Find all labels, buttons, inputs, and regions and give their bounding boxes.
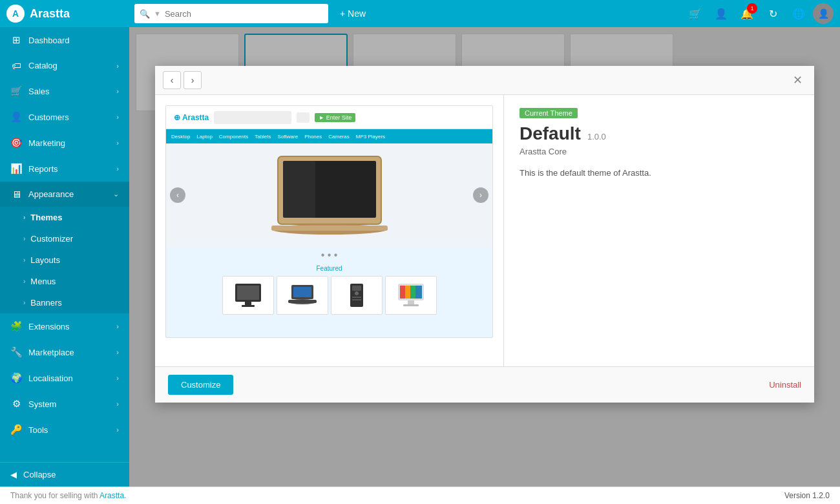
footer-link[interactable]: Arastta. xyxy=(100,491,126,500)
modal-back-button[interactable]: ‹ xyxy=(163,71,181,89)
customize-button[interactable]: Customize xyxy=(168,375,233,395)
search-input[interactable] xyxy=(165,9,323,19)
sidebar-item-menus[interactable]: › Menus xyxy=(0,271,129,292)
sidebar-item-marketing[interactable]: 🎯 Marketing › xyxy=(0,130,129,156)
sidebar-item-label: Appearance xyxy=(28,189,107,199)
system-icon: ⚙ xyxy=(10,398,22,410)
product-item-2 xyxy=(277,276,328,315)
customers-icon: 👤 xyxy=(10,111,22,123)
svg-rect-16 xyxy=(352,297,361,298)
search-dropdown[interactable]: ▼ xyxy=(154,10,161,17)
nav-item-desktop: Desktop xyxy=(171,134,190,140)
sidebar-item-marketplace[interactable]: 🔧 Marketplace › xyxy=(0,339,129,365)
appearance-icon: 🖥 xyxy=(10,189,22,200)
sidebar-item-sales[interactable]: 🛒 Sales › xyxy=(0,78,129,104)
uninstall-button[interactable]: Uninstall xyxy=(769,380,801,390)
theme-title: Default xyxy=(520,123,581,144)
theme-detail-modal: ‹ › ✕ ⊕ Arastta ► En xyxy=(155,66,814,403)
sidebar-item-label: Extensions xyxy=(28,322,110,331)
svg-rect-12 xyxy=(288,300,317,303)
preview-logo: ⊕ Arastta xyxy=(174,113,209,122)
main-layout: ⊞ Dashboard 🏷 Catalog › 🛒 Sales › 👤 Cust… xyxy=(0,27,840,487)
extensions-icon: 🧩 xyxy=(10,320,22,332)
sidebar-item-themes[interactable]: › Themes xyxy=(0,207,129,228)
dashboard-icon: ⊞ xyxy=(10,34,22,46)
product-item-4 xyxy=(385,276,437,315)
preview-search-icon xyxy=(297,112,310,123)
sidebar-item-localisation[interactable]: 🌍 Localisation › xyxy=(0,365,129,391)
catalog-icon: 🏷 xyxy=(10,60,22,71)
svg-rect-6 xyxy=(237,286,259,300)
sidebar-item-dashboard[interactable]: ⊞ Dashboard xyxy=(0,27,129,53)
chevron-right-icon: › xyxy=(116,322,119,330)
sidebar-item-reports[interactable]: 📊 Reports › xyxy=(0,156,129,182)
sidebar-item-layouts[interactable]: › Layouts xyxy=(0,249,129,271)
modal-forward-button[interactable]: › xyxy=(184,71,202,89)
localisation-icon: 🌍 xyxy=(10,372,22,384)
sidebar-item-label: Sales xyxy=(28,87,110,96)
nav-item-tablets: Tablets xyxy=(255,134,271,140)
modal-top-bar: ‹ › ✕ xyxy=(155,66,814,95)
preview-header: ⊕ Arastta ► Enter Site xyxy=(166,106,492,129)
svg-rect-7 xyxy=(245,302,251,305)
topbar: A Arastta 🔍 ▼ + New 🛒 👤 🔔 1 ↻ 🌐 👤 xyxy=(0,0,840,27)
product-tower-icon xyxy=(341,282,373,308)
svg-rect-10 xyxy=(293,287,311,297)
preview-featured-label: Featured xyxy=(166,264,492,273)
refresh-button[interactable]: ↻ xyxy=(761,2,784,25)
bullet-icon: › xyxy=(23,278,25,285)
modal-footer: Customize Uninstall xyxy=(155,366,814,403)
sidebar-item-tools[interactable]: 🔑 Tools › xyxy=(0,417,129,443)
sidebar-item-banners[interactable]: › Banners xyxy=(0,292,129,313)
chevron-right-icon: › xyxy=(116,62,119,70)
sidebar-item-label: Dashboard xyxy=(28,36,119,45)
bullet-icon: › xyxy=(23,214,25,221)
sidebar-item-label: Customers xyxy=(28,112,110,122)
page-footer: Thank you for selling with Arastta. Vers… xyxy=(0,487,840,504)
nav-item-mp3: MP3 Players xyxy=(356,134,385,140)
sidebar-item-customizer[interactable]: › Customizer xyxy=(0,228,129,249)
footer-version: Version 1.2.0 xyxy=(784,491,830,500)
sidebar-item-appearance[interactable]: 🖥 Appearance ⌄ xyxy=(0,182,129,207)
svg-rect-24 xyxy=(408,300,414,304)
laptop-svg xyxy=(265,153,394,237)
brand-logo[interactable]: A Arastta xyxy=(6,5,129,23)
appearance-submenu: › Themes › Customizer › Layouts › Menus … xyxy=(0,207,129,313)
current-theme-badge: Current Theme xyxy=(520,108,578,118)
svg-rect-3 xyxy=(271,226,388,231)
product-monitor-icon xyxy=(232,282,264,308)
cart-button[interactable]: 🛒 xyxy=(684,2,707,25)
svg-rect-4 xyxy=(283,161,315,218)
svg-rect-8 xyxy=(242,305,255,307)
bullet-icon: › xyxy=(23,257,25,264)
new-button[interactable]: + New xyxy=(333,5,372,22)
search-bar[interactable]: 🔍 ▼ xyxy=(134,4,328,23)
user-button[interactable]: 👤 xyxy=(709,2,733,25)
globe-button[interactable]: 🌐 xyxy=(787,2,810,25)
theme-title-row: Default 1.0.0 xyxy=(520,123,799,144)
sidebar-item-catalog[interactable]: 🏷 Catalog › xyxy=(0,53,129,78)
user-avatar[interactable]: 👤 xyxy=(813,3,834,24)
theme-author: Arastta Core xyxy=(520,147,799,156)
marketplace-icon: 🔧 xyxy=(10,346,22,358)
customizer-label: Customizer xyxy=(30,234,73,244)
sidebar-collapse[interactable]: ◀ Collapse xyxy=(0,462,129,487)
theme-preview-image: ⊕ Arastta ► Enter Site Desktop Laptop Co… xyxy=(165,105,493,338)
sidebar-item-label: Tools xyxy=(28,425,110,435)
sidebar-item-system[interactable]: ⚙ System › xyxy=(0,391,129,417)
notifications-button[interactable]: 🔔 1 xyxy=(735,2,759,25)
sales-icon: 🛒 xyxy=(10,85,22,97)
chevron-right-icon: › xyxy=(116,348,119,356)
sidebar-item-customers[interactable]: 👤 Customers › xyxy=(0,104,129,130)
modal-close-button[interactable]: ✕ xyxy=(788,71,806,89)
hero-next-arrow[interactable]: › xyxy=(473,187,488,203)
modal-overlay: ‹ › ✕ ⊕ Arastta ► En xyxy=(129,27,840,487)
sidebar-item-extensions[interactable]: 🧩 Extensions › xyxy=(0,313,129,339)
product-item-3 xyxy=(331,276,383,315)
nav-item-software: Software xyxy=(278,134,299,140)
hero-prev-arrow[interactable]: ‹ xyxy=(170,187,185,203)
chevron-right-icon: › xyxy=(116,87,119,95)
chevron-right-icon: › xyxy=(116,113,119,121)
sidebar-item-label: Reports xyxy=(28,164,110,174)
svg-rect-17 xyxy=(352,299,361,300)
